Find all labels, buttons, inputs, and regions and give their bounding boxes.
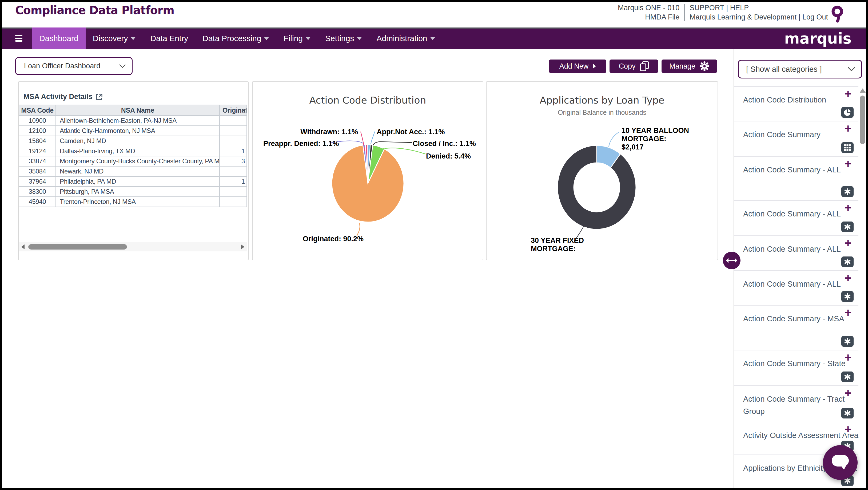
nav-item-label: Filing bbox=[284, 34, 303, 43]
table-row: 15804Camden, NJ MD bbox=[19, 136, 247, 146]
action-code-distribution-panel: Action Code Distribution Preappr. Denied… bbox=[252, 81, 483, 260]
scroll-up-icon[interactable] bbox=[860, 88, 866, 93]
nav-item-label: Administration bbox=[376, 34, 427, 43]
learning-logout-links[interactable]: Marquis Learning & Development | Log Out bbox=[689, 12, 828, 22]
add-report-icon[interactable]: + bbox=[844, 351, 851, 364]
app-header: Compliance Data Platform Marquis ONE - 0… bbox=[0, 0, 868, 28]
applications-by-loan-type-panel: Applications by Loan Type Original Balan… bbox=[486, 81, 718, 260]
dashboard-select-value: Loan Officer Dashboard bbox=[24, 62, 100, 70]
donut-connector bbox=[609, 132, 619, 147]
add-new-label: Add New bbox=[559, 62, 589, 70]
nsa-name-cell: Trenton-Princeton, NJ MSA bbox=[56, 197, 220, 207]
manage-button[interactable]: Manage bbox=[661, 59, 717, 73]
msa-code-cell: 33874 bbox=[19, 156, 56, 166]
add-new-button[interactable]: Add New bbox=[549, 59, 606, 73]
msa-code-cell: 15804 bbox=[19, 136, 56, 146]
report-list-item[interactable]: Action Code Distribution+ bbox=[734, 86, 859, 121]
asterisk-chart-icon[interactable] bbox=[841, 336, 854, 347]
pie-label: Denied: 5.4% bbox=[426, 152, 490, 161]
asterisk-chart-icon[interactable] bbox=[841, 222, 854, 232]
nav-item-administration[interactable]: Administration bbox=[369, 28, 442, 49]
asterisk-chart-icon[interactable] bbox=[841, 257, 854, 267]
copy-icon bbox=[640, 61, 649, 71]
table-row: 12100Atlantic City-Hammonton, NJ MSA bbox=[19, 126, 247, 136]
scrollbar-thumb[interactable] bbox=[28, 244, 127, 250]
nav-item-data-processing[interactable]: Data Processing bbox=[195, 28, 276, 49]
chat-button[interactable] bbox=[823, 445, 858, 480]
originations-cell: 1 bbox=[220, 146, 247, 156]
nav-item-label: Data Processing bbox=[203, 34, 261, 43]
add-report-icon[interactable]: + bbox=[844, 271, 851, 285]
sidebar-scrollbar-thumb[interactable] bbox=[860, 95, 865, 144]
msa-table: MSA CodeNSA NameOriginati10900Allentown-… bbox=[19, 105, 247, 207]
scroll-right-icon[interactable] bbox=[241, 244, 244, 249]
add-report-icon[interactable]: + bbox=[844, 423, 851, 436]
add-report-icon[interactable]: + bbox=[844, 157, 851, 171]
add-report-icon[interactable]: + bbox=[844, 236, 851, 250]
table-chart-icon[interactable] bbox=[841, 142, 854, 153]
caret-down-icon bbox=[430, 37, 435, 40]
nav-item-discovery[interactable]: Discovery bbox=[86, 28, 143, 49]
report-list-item[interactable]: Action Code Summary - ALL+ bbox=[734, 235, 859, 270]
nav-item-label: Data Entry bbox=[150, 34, 188, 43]
category-select[interactable]: [ Show all categories ] bbox=[738, 60, 862, 79]
scroll-left-icon[interactable] bbox=[21, 244, 25, 249]
menu-icon[interactable] bbox=[15, 34, 23, 43]
msa-code-cell: 37964 bbox=[19, 176, 56, 186]
pie-chart-icon[interactable] bbox=[841, 107, 854, 118]
horizontal-scrollbar[interactable] bbox=[19, 242, 247, 251]
pie-connector bbox=[356, 223, 360, 236]
report-list-item[interactable]: Action Code Summary - ALL+ bbox=[734, 270, 859, 305]
nav-item-dashboard[interactable]: Dashboard bbox=[32, 28, 86, 49]
report-item-label: Action Code Summary - ALL bbox=[743, 243, 861, 255]
app-window: Compliance Data Platform Marquis ONE - 0… bbox=[0, 0, 868, 490]
asterisk-chart-icon[interactable] bbox=[841, 408, 854, 419]
copy-button[interactable]: Copy bbox=[610, 59, 658, 73]
nav-item-settings[interactable]: Settings bbox=[318, 28, 369, 49]
table-row: 19124Dallas-Plano-Irving, TX MD1 bbox=[19, 146, 247, 156]
table-header-2: Originati bbox=[220, 105, 247, 116]
nsa-name-cell: Camden, NJ MD bbox=[56, 136, 220, 146]
add-report-icon[interactable]: + bbox=[844, 87, 851, 100]
report-list-item[interactable]: Action Code Summary - ALL+ bbox=[734, 200, 859, 235]
donut-label-name: 30 YEAR FIXED MORTGAGE: bbox=[531, 236, 608, 253]
nav-item-label: Discovery bbox=[93, 34, 128, 43]
report-list-item[interactable]: Action Code Summary - Tract Group+ bbox=[734, 385, 859, 422]
donut-label: 10 YEAR BALLOON MORTGAGE:$2,017 bbox=[622, 126, 707, 151]
dashboard-select[interactable]: Loan Officer Dashboard bbox=[15, 57, 132, 75]
support-help-links[interactable]: SUPPORT | HELP bbox=[689, 3, 828, 12]
add-report-icon[interactable]: + bbox=[844, 122, 851, 135]
nav-item-filing[interactable]: Filing bbox=[276, 28, 318, 49]
originations-cell bbox=[220, 186, 247, 197]
add-report-icon[interactable]: + bbox=[844, 386, 851, 400]
donut-label-value: $2,017 bbox=[622, 143, 707, 151]
report-list: Action Code Distribution+Action Code Sum… bbox=[734, 86, 859, 489]
arrow-right-icon bbox=[593, 63, 596, 69]
nsa-name-cell: Montgomery County-Bucks County-Chester C… bbox=[56, 156, 220, 166]
asterisk-chart-icon[interactable] bbox=[841, 372, 854, 382]
table-row: 35084Newark, NJ MD bbox=[19, 166, 247, 176]
nsa-name-cell: Atlantic City-Hammonton, NJ MSA bbox=[56, 126, 220, 136]
report-item-label: Action Code Summary - ALL bbox=[743, 278, 861, 290]
nav-item-data-entry[interactable]: Data Entry bbox=[143, 28, 195, 49]
report-list-item[interactable]: Action Code Summary - MSA+ bbox=[734, 305, 859, 350]
add-report-icon[interactable]: + bbox=[844, 306, 851, 319]
manage-label: Manage bbox=[669, 62, 695, 70]
report-list-item[interactable]: Action Code Summary+ bbox=[734, 121, 859, 156]
search-icon[interactable] bbox=[830, 5, 846, 24]
nsa-name-cell: Newark, NJ MD bbox=[56, 166, 220, 176]
report-item-label: Action Code Summary - MSA bbox=[743, 313, 861, 325]
sidebar-resize-handle[interactable] bbox=[723, 252, 741, 269]
nsa-name-cell: Allentown-Bethlehem-Easton, PA-NJ MSA bbox=[56, 116, 220, 126]
header-env-block: Marquis ONE - 010 HMDA File bbox=[618, 3, 679, 22]
report-list-item[interactable]: Action Code Summary - State+ bbox=[734, 350, 859, 385]
report-list-item[interactable]: Action Code Summary - ALL+ bbox=[734, 156, 859, 200]
chevron-down-icon bbox=[119, 64, 126, 68]
asterisk-chart-icon[interactable] bbox=[841, 186, 854, 197]
nsa-name-cell: Pittsburgh, PA MSA bbox=[56, 186, 220, 197]
chat-bubble-icon bbox=[830, 454, 850, 471]
asterisk-chart-icon[interactable] bbox=[841, 291, 854, 302]
add-report-icon[interactable]: + bbox=[844, 201, 851, 214]
nsa-name-cell: Philadelphia, PA MD bbox=[56, 176, 220, 186]
external-link-icon[interactable] bbox=[95, 93, 103, 100]
